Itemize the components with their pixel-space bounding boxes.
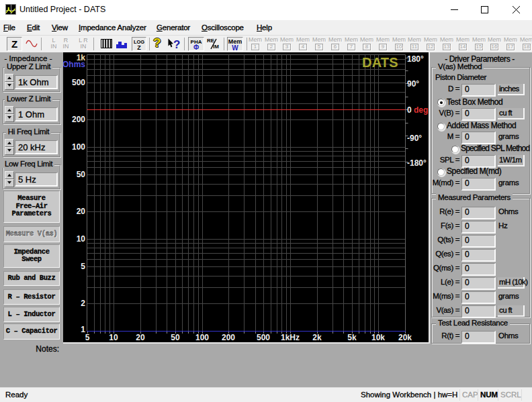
svg-text:?: ? bbox=[173, 38, 180, 49]
svg-text:2k: 2k bbox=[312, 333, 322, 342]
svg-text:200: 200 bbox=[72, 115, 85, 124]
svg-text:0 deg: 0 deg bbox=[407, 105, 428, 115]
svg-text:2: 2 bbox=[81, 299, 85, 308]
svg-text:500: 500 bbox=[257, 333, 270, 342]
svg-text:10: 10 bbox=[109, 333, 118, 342]
svg-text:5: 5 bbox=[81, 262, 85, 271]
svg-text:Ohms: Ohms bbox=[63, 60, 85, 69]
svg-text:5k: 5k bbox=[347, 333, 357, 342]
svg-text:1kHz: 1kHz bbox=[281, 333, 300, 342]
svg-text:DATS: DATS bbox=[362, 55, 398, 70]
svg-text:500: 500 bbox=[72, 78, 85, 87]
svg-text:200: 200 bbox=[222, 333, 235, 342]
svg-text:50: 50 bbox=[77, 170, 86, 179]
svg-text:90°: 90° bbox=[407, 79, 419, 89]
svg-text:50: 50 bbox=[171, 333, 180, 342]
svg-text:20k: 20k bbox=[398, 333, 412, 342]
svg-text:-180°: -180° bbox=[407, 158, 427, 168]
svg-text:180°: 180° bbox=[407, 54, 424, 64]
svg-text:100: 100 bbox=[72, 142, 85, 152]
svg-text:10: 10 bbox=[77, 234, 86, 244]
svg-text:20: 20 bbox=[136, 333, 145, 342]
svg-text:5: 5 bbox=[85, 333, 90, 342]
svg-text:20: 20 bbox=[77, 207, 86, 216]
svg-text:100: 100 bbox=[195, 333, 209, 342]
svg-text:10k: 10k bbox=[371, 333, 385, 342]
svg-text:-90°: -90° bbox=[407, 134, 422, 143]
